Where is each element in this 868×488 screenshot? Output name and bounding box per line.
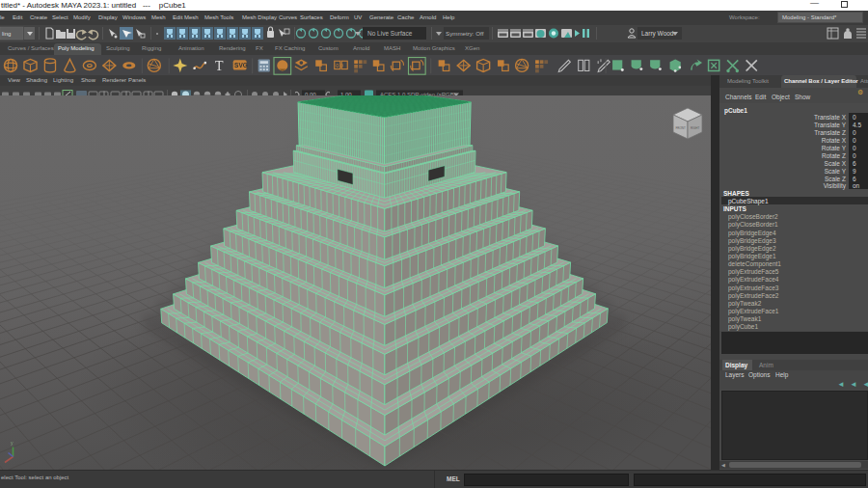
svg-text:Larry Wood: Larry Wood: [641, 30, 674, 38]
svg-text:FRONT: FRONT: [676, 126, 686, 130]
svg-text:T: T: [215, 59, 224, 73]
svg-text:0 0: 0 0: [336, 63, 343, 68]
svg-text:SVG: SVG: [234, 62, 248, 68]
svg-text:RIGHT: RIGHT: [691, 126, 700, 130]
svg-text:Symmetry: Off: Symmetry: Off: [446, 30, 484, 37]
svg-text:No Live Surface: No Live Surface: [367, 30, 413, 37]
svg-text:ling: ling: [2, 31, 11, 37]
